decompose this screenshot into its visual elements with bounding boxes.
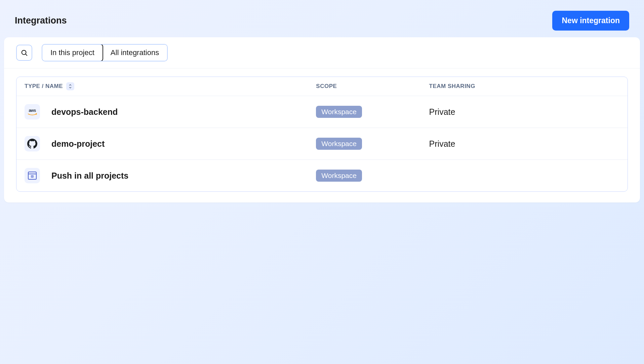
scope-badge: Workspace: [316, 106, 362, 118]
page-title: Integrations: [15, 15, 67, 26]
table-row[interactable]: aws devops-backend Workspace: [16, 96, 628, 128]
integration-name: devops-backend: [51, 107, 118, 117]
github-icon: [25, 136, 40, 151]
column-header-team-sharing-label: TEAM SHARING: [429, 83, 475, 89]
search-icon: [21, 49, 28, 56]
table-row[interactable]: Push in all projects Workspace: [16, 160, 628, 191]
column-header-team-sharing[interactable]: TEAM SHARING: [429, 83, 619, 90]
tab-in-this-project[interactable]: In this project: [42, 44, 103, 61]
aws-icon: aws: [25, 104, 40, 120]
new-integration-button[interactable]: New integration: [552, 11, 629, 31]
sort-icon: [66, 82, 74, 90]
column-header-scope[interactable]: SCOPE: [316, 83, 429, 90]
tab-all-integrations[interactable]: All integrations: [103, 45, 167, 61]
column-header-type-name-label: TYPE / NAME: [25, 83, 63, 90]
row-scope: Workspace: [316, 170, 429, 182]
integration-name: Push in all projects: [51, 171, 128, 181]
row-type-name: demo-project: [25, 136, 316, 151]
search-button[interactable]: [16, 45, 32, 61]
scope-badge: Workspace: [316, 138, 362, 150]
table-wrap: TYPE / NAME SCOPE TEAM SHARING: [4, 69, 640, 202]
row-type-name: Push in all projects: [25, 168, 316, 183]
row-scope: Workspace: [316, 138, 429, 150]
row-team-sharing: Private: [429, 107, 619, 117]
page-header: Integrations New integration: [3, 3, 641, 37]
column-header-type-name[interactable]: TYPE / NAME: [25, 82, 316, 90]
row-type-name: aws devops-backend: [25, 104, 316, 120]
team-sharing-value: Private: [429, 139, 455, 148]
team-sharing-value: Private: [429, 107, 455, 117]
integrations-card: In this project All integrations TYPE / …: [4, 37, 640, 202]
integrations-page: Integrations New integration In this pro…: [3, 3, 641, 202]
integration-name: demo-project: [51, 139, 105, 149]
column-header-scope-label: SCOPE: [316, 83, 337, 89]
integrations-table: TYPE / NAME SCOPE TEAM SHARING: [16, 77, 628, 192]
table-header: TYPE / NAME SCOPE TEAM SHARING: [16, 77, 628, 96]
browser-icon: [25, 168, 40, 183]
row-team-sharing: Private: [429, 139, 619, 149]
scope-badge: Workspace: [316, 170, 362, 182]
svg-line-1: [26, 54, 27, 55]
row-scope: Workspace: [316, 106, 429, 118]
toolbar: In this project All integrations: [4, 37, 640, 69]
table-row[interactable]: demo-project Workspace Private: [16, 128, 628, 160]
tabs-group: In this project All integrations: [42, 44, 168, 61]
